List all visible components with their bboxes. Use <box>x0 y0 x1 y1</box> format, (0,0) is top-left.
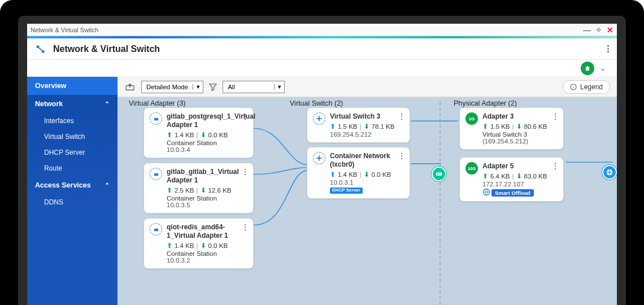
virtual-adapter-icon <box>150 168 162 180</box>
sidebar-group-access-label: Access Services <box>35 181 91 189</box>
info-icon: i <box>570 84 577 90</box>
app-header: Network & Virtual Switch <box>27 38 617 60</box>
card-menu-button[interactable]: ⋮ <box>242 112 249 120</box>
download-value: 12.6 KB <box>208 187 232 194</box>
chevron-down-icon: ▼ <box>193 84 203 90</box>
physical-adapter-card[interactable]: 10G ⋮ Adapter 5 ⬆6.4 KB | ⬇83.0 KB 172.1… <box>459 157 564 202</box>
card-menu-button[interactable]: ⋮ <box>552 162 559 170</box>
card-ip: 10.0.3.1 <box>330 179 404 186</box>
card-ip: 10.0.3.2 <box>167 257 247 264</box>
virtual-adapter-card[interactable]: ⋮ qiot-redis_amd64-1_Virtual Adapter 1 ⬆… <box>143 218 254 269</box>
svg-point-9 <box>318 157 320 159</box>
sidebar-item-interfaces[interactable]: Interfaces <box>27 113 118 129</box>
card-origin: Container Station <box>167 140 247 146</box>
download-value: 78.1 KB <box>372 123 395 130</box>
upload-value: 6.4 KB <box>490 173 510 180</box>
filter-icon <box>209 83 217 91</box>
main-panel: Detailed Mode ▼ All ▼ i Legend Virtual A… <box>118 77 617 305</box>
card-title: gitlab_postgresql_1_Virtual Adapter 1 <box>167 112 247 129</box>
physical-adapter-card[interactable]: 1G ⋮ Adapter 3 ⬆1.5 KB | ⬇80.6 KB Virtua… <box>459 107 564 150</box>
filter-select[interactable]: All ▼ <box>223 81 285 93</box>
virtual-adapter-card[interactable]: ⋮ gitlab_gitlab_1_Virtual Adapter 1 ⬆2.5… <box>143 163 254 213</box>
chevron-up-icon: ⌃ <box>105 182 110 189</box>
download-value: 83.0 KB <box>524 173 547 180</box>
close-button[interactable]: ✕ <box>607 26 613 34</box>
download-value: 0.0 KB <box>208 242 228 249</box>
card-ip: 172.17.22.107 <box>482 181 558 188</box>
upload-value: 1.4 KB <box>175 132 194 138</box>
card-menu-button[interactable]: ⋮ <box>552 112 559 120</box>
svg-rect-6 <box>154 173 158 176</box>
virtual-adapter-card[interactable]: ⋮ gitlab_postgresql_1_Virtual Adapter 1 … <box>143 107 254 158</box>
maximize-button[interactable]: ✧ <box>595 26 602 34</box>
profile-bar: ⌄ <box>27 60 617 77</box>
card-title: qiot-redis_amd64-1_Virtual Adapter 1 <box>167 223 247 240</box>
upload-value: 1.5 KB <box>338 123 358 130</box>
sidebar-item-virtual-switch[interactable]: Virtual Switch <box>27 129 118 145</box>
export-icon[interactable] <box>124 83 136 91</box>
link-bubble-icon <box>432 167 446 181</box>
card-origin: Container Station <box>167 250 247 257</box>
card-sub1: Virtual Switch 3 <box>482 131 558 138</box>
view-mode-label: Detailed Mode <box>142 84 193 90</box>
card-ip: 10.0.3.4 <box>167 146 247 153</box>
svg-rect-11 <box>437 173 438 175</box>
col-header-virtual-adapter: Virtual Adapter (3) <box>129 99 186 107</box>
card-menu-button[interactable]: ⋮ <box>398 112 405 120</box>
profile-chevron-icon[interactable]: ⌄ <box>600 64 606 72</box>
virtual-switch-icon <box>313 152 325 164</box>
sidebar-item-ddns[interactable]: DDNS <box>27 194 118 210</box>
adapter-speed-badge: 1G <box>465 112 478 125</box>
chevron-down-icon: ▼ <box>274 84 284 90</box>
card-origin: Container Station <box>167 195 247 202</box>
window-titlebar: Network & Virtual Switch — ✧ ✕ <box>27 24 617 36</box>
card-title: Virtual Switch 3 <box>330 112 404 121</box>
dhcp-badge: DHCP Server <box>330 188 363 194</box>
topology-canvas: ⋮ gitlab_postgresql_1_Virtual Adapter 1 … <box>118 102 617 305</box>
app-icon <box>35 43 46 55</box>
virtual-switch-card[interactable]: ⋮ Virtual Switch 3 ⬆1.5 KB | ⬇78.1 KB 16… <box>307 107 410 143</box>
upload-value: 1.4 KB <box>175 242 194 249</box>
svg-point-8 <box>318 117 320 120</box>
card-ip: 169.254.5.212 <box>330 131 404 138</box>
minimize-button[interactable]: — <box>583 26 591 34</box>
wan-bubble-icon <box>602 165 617 180</box>
sidebar-group-network-label: Network <box>35 100 63 108</box>
card-title: gitlab_gitlab_1_Virtual Adapter 1 <box>167 168 247 185</box>
card-ip: 10.0.3.5 <box>167 202 247 208</box>
virtual-adapter-icon <box>150 112 162 125</box>
download-value: 80.6 KB <box>524 123 547 130</box>
upload-value: 2.5 KB <box>175 187 194 194</box>
sidebar: Overview Network ⌃ Interfaces Virtual Sw… <box>27 77 118 305</box>
chevron-up-icon: ⌃ <box>105 101 110 108</box>
virtual-switch-icon <box>313 112 325 125</box>
card-menu-button[interactable]: ⋮ <box>398 152 405 160</box>
card-menu-button[interactable]: ⋮ <box>242 223 249 231</box>
virtual-adapter-icon <box>150 223 162 236</box>
sidebar-group-network[interactable]: Network ⌃ <box>27 95 118 113</box>
upload-value: 1.5 KB <box>490 123 510 130</box>
card-menu-button[interactable]: ⋮ <box>242 168 249 176</box>
sidebar-item-overview[interactable]: Overview <box>27 77 118 95</box>
column-headers: Virtual Adapter (3) Virtual Switch (2) P… <box>118 97 617 102</box>
filter-label: All <box>223 84 274 90</box>
svg-rect-7 <box>154 228 158 231</box>
divider <box>440 102 441 305</box>
sidebar-item-dhcp-server[interactable]: DHCP Server <box>27 145 118 160</box>
legend-button[interactable]: i Legend <box>563 80 610 94</box>
header-menu-button[interactable] <box>607 45 609 53</box>
adapter-speed-badge: 10G <box>465 162 478 175</box>
toolbar: Detailed Mode ▼ All ▼ i Legend <box>118 77 617 97</box>
svg-text:i: i <box>573 85 574 90</box>
smart-offload-label: Smart Offload <box>495 190 530 196</box>
download-value: 0.0 KB <box>208 132 228 138</box>
user-avatar[interactable] <box>581 62 594 75</box>
virtual-switch-card[interactable]: ⋮ Container Network (lxcbr0) ⬆1.4 KB | ⬇… <box>307 147 410 199</box>
view-mode-select[interactable]: Detailed Mode ▼ <box>141 81 203 93</box>
card-title: Container Network (lxcbr0) <box>330 152 404 169</box>
upload-value: 1.4 KB <box>338 171 358 178</box>
sidebar-item-route[interactable]: Route <box>27 160 118 176</box>
sidebar-group-access-services[interactable]: Access Services ⌃ <box>27 176 118 194</box>
legend-label: Legend <box>580 83 603 91</box>
globe-icon <box>482 188 490 196</box>
